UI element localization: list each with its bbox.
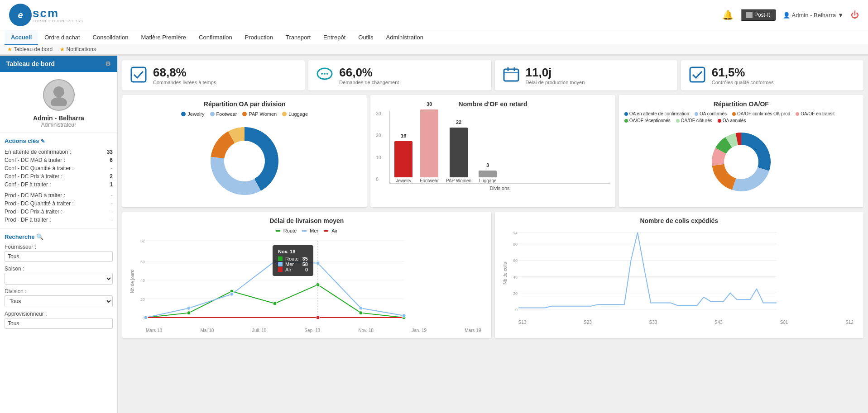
colis-card: Nombre de colis expédiés Nb de colis 020… xyxy=(495,212,864,338)
sidebar-role: Administrateur xyxy=(41,122,76,128)
postit-button[interactable]: Post-It xyxy=(741,9,776,21)
bar-value: 16 xyxy=(401,133,406,138)
action-row: Conf - DC Prix à traiter :2 xyxy=(5,172,113,180)
nav-tab-administration[interactable]: Administration xyxy=(380,30,430,45)
nav-tab-ordredachat[interactable]: Ordre d'achat xyxy=(38,30,86,45)
svg-point-0 xyxy=(53,86,64,97)
bell-icon[interactable]: 🔔 xyxy=(722,9,734,20)
tt-color xyxy=(278,262,283,266)
nav-tab-accueil[interactable]: Accueil xyxy=(5,30,38,45)
nav-tab-consolidation[interactable]: Consolidation xyxy=(86,30,135,45)
legend-item: PAP Women xyxy=(242,111,277,117)
header-right: 🔔 Post-It 👤 Admin - Belharra ▼ ⏻ xyxy=(722,9,859,21)
nav-tab-confirmation[interactable]: Confirmation xyxy=(192,30,239,45)
action-value: 2 xyxy=(110,173,113,180)
sidebar-avatar: Admin - Belharra Administrateur xyxy=(0,72,117,133)
actions-title: Actions clés ✎ xyxy=(5,138,113,144)
header: e scm FORME FOURNISSEURS 🔔 Post-It 👤 Adm… xyxy=(0,0,868,30)
action-label: Conf - DF à traiter : xyxy=(5,181,51,188)
livraison-svg-container: 020406082 Nov. 18 Route35Mer58Air0 xyxy=(141,236,486,328)
breadcrumb: Tableau de bordNotifications xyxy=(0,44,868,55)
action-value: - xyxy=(111,209,113,215)
fournisseur-group: Fournisseur : xyxy=(5,244,113,262)
kpi-label-0: Commandes livrées à temps xyxy=(153,80,216,85)
livraison-card: Délai de livraison moyen RouteMerAir Nb … xyxy=(122,212,491,338)
action-row: Conf - DC Quantité à traiter :- xyxy=(5,164,113,172)
svg-rect-11 xyxy=(690,67,705,82)
nav-tab-matirepremire[interactable]: Matière Première xyxy=(134,30,192,45)
content: 68,8% Commandes livrées à temps 66,0% De… xyxy=(118,56,868,413)
kpi-icon-1 xyxy=(316,66,334,85)
bar-value: 30 xyxy=(427,101,432,107)
action-value: 6 xyxy=(110,157,113,163)
svg-text:94: 94 xyxy=(513,231,517,235)
colis-y-label: Nb de colis xyxy=(500,228,509,318)
gear-icon[interactable]: ⚙ xyxy=(105,60,111,67)
admin-label: Admin - Belharra xyxy=(792,12,836,19)
actions-section: Actions clés ✎ En attente de confirmatio… xyxy=(0,133,117,229)
svg-text:40: 40 xyxy=(140,278,145,283)
nav-tab-transport[interactable]: Transport xyxy=(279,30,317,45)
action-row: Prod - DC MAD à traiter :- xyxy=(5,191,113,199)
svg-text:60: 60 xyxy=(140,260,145,264)
legend-item: Jewelry xyxy=(181,111,204,117)
livraison-tooltip: Nov. 18 Route35Mer58Air0 xyxy=(273,245,313,276)
bar: 22 xyxy=(450,128,468,177)
nav-tab-production[interactable]: Production xyxy=(239,30,279,45)
approv-input[interactable] xyxy=(5,318,113,329)
logo-name: scm xyxy=(33,7,84,19)
nav-tab-outils[interactable]: Outils xyxy=(352,30,379,45)
action-row: Prod - DC Quantité à traiter :- xyxy=(5,199,113,208)
oaof-legend-item: OA/OF en transit xyxy=(796,111,834,116)
tt-value: 35 xyxy=(302,256,308,261)
tooltip-row: Mer58 xyxy=(278,261,308,267)
nav-tab-entrept[interactable]: Entrepôt xyxy=(317,30,352,45)
oa-division-title: Répartition OA par division xyxy=(128,100,361,108)
sidebar-username: Admin - Belharra xyxy=(33,114,84,122)
breadcrumb-item[interactable]: Notifications xyxy=(60,46,96,52)
livraison-y-label: Nb de jours xyxy=(128,236,137,327)
svg-point-29 xyxy=(144,316,148,319)
svg-point-23 xyxy=(187,311,191,315)
svg-point-30 xyxy=(187,306,191,310)
retard-title: Nombre d'OF en retard xyxy=(376,100,609,108)
sidebar-title-label: Tableau de bord xyxy=(6,60,55,67)
division-group: Division : Tous xyxy=(5,288,113,307)
action-value: - xyxy=(111,200,113,207)
livraison-title: Délai de livraison moyen xyxy=(128,217,486,224)
oa-division-card: Répartition OA par division JewelryFootw… xyxy=(122,95,367,207)
search-icon: 🔍 xyxy=(36,233,43,240)
bar-group: 3 Luggage xyxy=(479,171,497,183)
retard-bars: 16 Jewelry 30 Footwear 22 PAP Women 3 Lu… xyxy=(389,111,609,184)
action-row: Prod - DF à traiter :- xyxy=(5,216,113,224)
sidebar-title: Tableau de bord ⚙ xyxy=(0,56,117,72)
bar-xlabel: Footwear xyxy=(420,178,439,183)
saison-select[interactable] xyxy=(5,273,113,285)
legend-item: Luggage xyxy=(282,111,308,117)
oa-donut xyxy=(128,120,361,202)
division-select[interactable]: Tous xyxy=(5,295,113,307)
nav-tabs: AccueilOrdre d'achatConsolidationMatière… xyxy=(0,30,868,44)
bar-group: 22 PAP Women xyxy=(446,128,471,183)
action-row: En attente de confirmation :33 xyxy=(5,148,113,156)
retard-chart: 30 20 10 0 16 Jewelry 30 Footwear 22 xyxy=(376,111,609,191)
svg-point-35 xyxy=(402,314,406,318)
action-row: Conf - DF à traiter :1 xyxy=(5,180,113,189)
kpi-value-0: 68,8% xyxy=(153,66,216,80)
saison-label: Saison : xyxy=(5,266,113,272)
breadcrumb-item[interactable]: Tableau de bord xyxy=(7,46,53,52)
svg-point-4 xyxy=(321,73,323,75)
fournisseur-input[interactable] xyxy=(5,251,113,262)
svg-text:82: 82 xyxy=(140,239,145,243)
edit-icon[interactable]: ✎ xyxy=(41,138,45,144)
user-icon: 👤 xyxy=(783,12,790,19)
action-label: Prod - DF à traiter : xyxy=(5,217,51,223)
action-value: 33 xyxy=(107,149,113,155)
bar-value: 3 xyxy=(486,162,489,168)
admin-menu[interactable]: 👤 Admin - Belharra ▼ xyxy=(783,12,844,19)
oaof-legend-item: OA confirmés xyxy=(695,111,727,116)
power-icon[interactable]: ⏻ xyxy=(851,10,859,20)
kpi-text-0: 68,8% Commandes livrées à temps xyxy=(153,66,216,85)
livraison-legend: RouteMerAir xyxy=(128,228,486,233)
bar-group: 30 Footwear xyxy=(420,109,439,183)
